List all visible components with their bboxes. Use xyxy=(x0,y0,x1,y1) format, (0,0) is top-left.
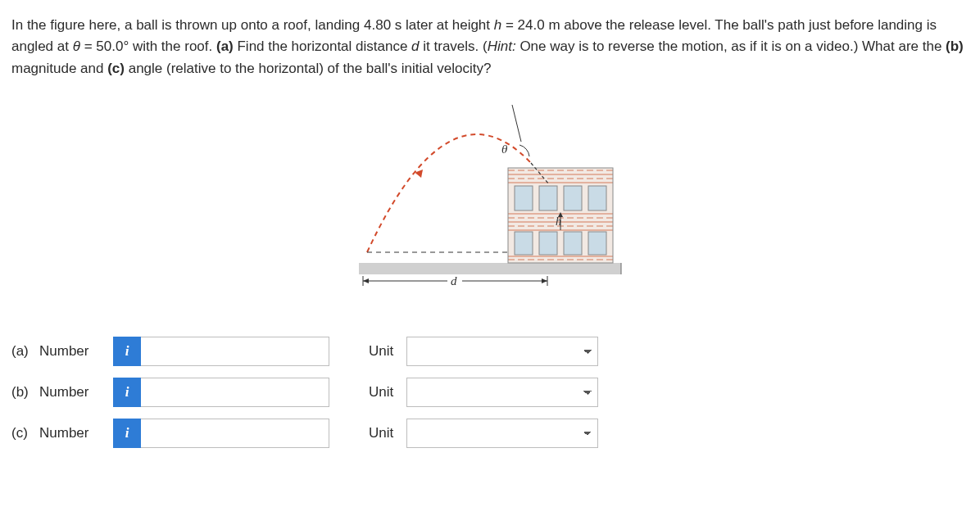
info-icon[interactable]: i xyxy=(113,419,141,448)
text-segment: it travels. ( xyxy=(420,38,488,54)
svg-marker-33 xyxy=(542,278,547,283)
unit-select-b[interactable] xyxy=(406,378,598,407)
svg-rect-17 xyxy=(588,186,606,210)
number-label: Number xyxy=(39,423,113,444)
text-segment: = 50.0° with the roof. xyxy=(80,38,216,54)
info-icon[interactable]: i xyxy=(113,378,141,407)
theta-label: θ xyxy=(501,143,508,156)
svg-rect-15 xyxy=(539,186,557,210)
svg-rect-14 xyxy=(515,186,533,210)
figure-container: h θ d xyxy=(11,93,969,297)
svg-rect-19 xyxy=(539,232,557,255)
text-segment: In the figure here, a ball is thrown up … xyxy=(11,17,494,33)
problem-text: In the figure here, a ball is thrown up … xyxy=(11,15,969,79)
variable-theta: θ xyxy=(73,38,80,54)
part-c-marker: (c) xyxy=(107,61,125,76)
info-icon[interactable]: i xyxy=(113,337,141,366)
variable-d: d xyxy=(411,38,419,54)
unit-label: Unit xyxy=(369,341,406,362)
answer-row-b: (b) Number i Unit xyxy=(11,378,969,407)
d-label: d xyxy=(451,274,457,287)
part-b-marker: (b) xyxy=(946,38,964,54)
text-segment: Find the horizontal distance xyxy=(234,38,411,54)
number-input-a[interactable] xyxy=(141,337,329,366)
number-input-c[interactable] xyxy=(141,419,329,448)
number-input-b[interactable] xyxy=(141,378,329,407)
answer-row-c: (c) Number i Unit xyxy=(11,419,969,448)
hint-label: Hint: xyxy=(488,38,516,54)
answer-row-a: (a) Number i Unit xyxy=(11,337,969,366)
part-label: (c) xyxy=(11,423,39,444)
variable-h: h xyxy=(494,17,501,33)
text-segment: angle (relative to the horizontal) of th… xyxy=(125,61,491,76)
text-segment: One way is to reverse the motion, as if … xyxy=(516,38,946,54)
svg-marker-25 xyxy=(415,167,425,178)
svg-rect-16 xyxy=(564,186,582,210)
svg-rect-21 xyxy=(588,232,606,255)
number-label: Number xyxy=(39,382,113,403)
trajectory-figure: h θ d xyxy=(351,93,629,297)
h-label: h xyxy=(556,215,561,228)
unit-label: Unit xyxy=(369,382,406,403)
unit-select-c[interactable] xyxy=(406,419,598,448)
text-segment: magnitude and xyxy=(11,61,107,76)
part-label: (b) xyxy=(11,382,39,403)
answers-section: (a) Number i Unit (b) Number i Unit (c) … xyxy=(11,337,969,448)
unit-select-a[interactable] xyxy=(406,337,598,366)
svg-line-27 xyxy=(512,105,521,142)
svg-rect-20 xyxy=(564,232,582,255)
svg-marker-32 xyxy=(363,278,369,283)
part-label: (a) xyxy=(11,341,39,362)
svg-rect-18 xyxy=(515,232,533,255)
svg-rect-0 xyxy=(359,263,621,274)
unit-label: Unit xyxy=(369,423,406,444)
part-a-marker: (a) xyxy=(216,38,234,54)
number-label: Number xyxy=(39,341,113,362)
